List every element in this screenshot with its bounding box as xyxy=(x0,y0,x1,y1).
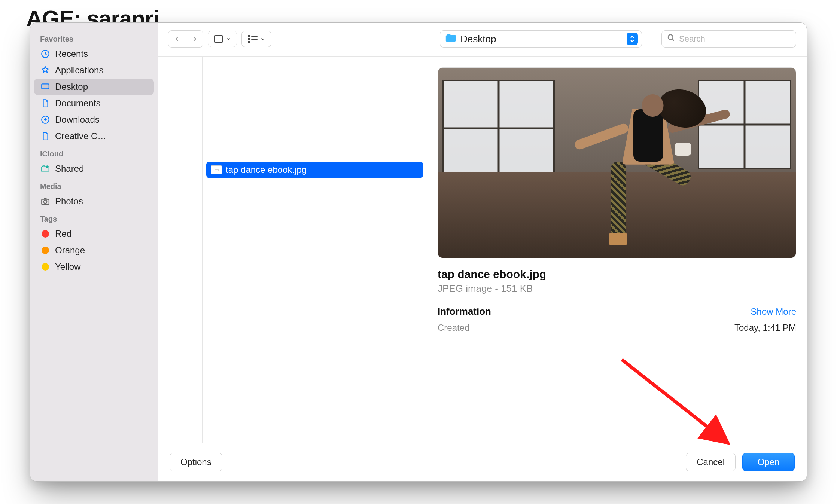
shared-folder-icon xyxy=(40,164,51,174)
toolbar: Desktop xyxy=(158,23,807,57)
sidebar-item-documents[interactable]: Documents xyxy=(34,95,154,112)
tag-dot-icon xyxy=(40,229,51,239)
file-icon xyxy=(40,131,51,141)
file-list-column: ▭ tap dance ebook.jpg xyxy=(203,57,427,443)
back-button[interactable] xyxy=(168,31,186,47)
sidebar-tag-red[interactable]: Red xyxy=(34,226,154,242)
open-button[interactable]: Open xyxy=(742,453,795,471)
image-thumb-icon: ▭ xyxy=(211,165,222,174)
location-popup-button[interactable]: Desktop xyxy=(440,30,642,48)
sidebar-item-label: Applications xyxy=(55,65,103,76)
search-icon xyxy=(667,34,675,44)
info-heading: Information xyxy=(438,306,491,317)
sidebar-item-label: Photos xyxy=(55,196,83,207)
preview-image xyxy=(438,67,796,258)
sidebar-item-label: Recents xyxy=(55,49,88,59)
chevron-down-icon xyxy=(226,37,231,41)
preview-file-meta: JPEG image - 151 KB xyxy=(438,283,796,294)
file-item-label: tap dance ebook.jpg xyxy=(226,165,307,175)
location-label: Desktop xyxy=(460,33,496,45)
sidebar-heading-favorites: Favorites xyxy=(34,30,154,46)
folder-icon xyxy=(445,34,456,44)
sidebar: Favorites Recents Applications Desktop xyxy=(30,23,158,481)
group-by-button[interactable] xyxy=(241,31,271,47)
document-icon xyxy=(40,98,51,109)
sidebar-item-shared[interactable]: Shared xyxy=(34,161,154,177)
camera-icon xyxy=(40,196,51,207)
updown-chevron-icon xyxy=(627,33,638,45)
svg-point-5 xyxy=(44,200,47,204)
sidebar-tag-orange[interactable]: Orange xyxy=(34,242,154,259)
search-input[interactable] xyxy=(679,34,791,44)
svg-rect-6 xyxy=(214,36,223,42)
sidebar-heading-media: Media xyxy=(34,177,154,193)
sidebar-item-label: Creative C… xyxy=(55,131,106,141)
forward-button[interactable] xyxy=(186,31,203,47)
search-field[interactable] xyxy=(661,30,796,48)
svg-rect-11 xyxy=(248,41,250,43)
sidebar-item-applications[interactable]: Applications xyxy=(34,62,154,79)
preview-pane: tap dance ebook.jpg JPEG image - 151 KB … xyxy=(427,57,807,443)
svg-rect-7 xyxy=(248,35,250,37)
desktop-icon xyxy=(40,82,51,92)
open-file-dialog: Favorites Recents Applications Desktop xyxy=(30,22,807,482)
tag-dot-icon xyxy=(40,245,51,256)
sidebar-item-photos[interactable]: Photos xyxy=(34,193,154,210)
info-row-created: Created Today, 1:41 PM xyxy=(438,323,796,333)
tag-dot-icon xyxy=(40,262,51,272)
cancel-button[interactable]: Cancel xyxy=(686,453,736,471)
file-item-selected[interactable]: ▭ tap dance ebook.jpg xyxy=(206,162,423,178)
options-button[interactable]: Options xyxy=(170,453,222,471)
svg-rect-10 xyxy=(251,39,258,40)
svg-rect-12 xyxy=(251,42,258,42)
download-icon xyxy=(40,114,51,125)
svg-rect-8 xyxy=(251,36,258,37)
view-columns-button[interactable] xyxy=(208,31,237,47)
info-key: Created xyxy=(438,323,469,333)
svg-point-13 xyxy=(668,35,673,40)
show-more-button[interactable]: Show More xyxy=(751,306,796,317)
sidebar-item-label: Documents xyxy=(55,98,100,109)
sidebar-item-recents[interactable]: Recents xyxy=(34,46,154,62)
preview-filename: tap dance ebook.jpg xyxy=(438,268,796,281)
sidebar-item-label: Red xyxy=(55,229,71,239)
main-area: Desktop ▭ ta xyxy=(158,23,807,481)
sidebar-heading-icloud: iCloud xyxy=(34,144,154,161)
svg-point-3 xyxy=(46,165,49,168)
sidebar-item-label: Shared xyxy=(55,164,84,174)
nav-history-group xyxy=(168,30,203,48)
apps-icon xyxy=(40,65,51,76)
sidebar-item-label: Downloads xyxy=(55,114,100,125)
sidebar-item-label: Desktop xyxy=(55,82,88,92)
content-columns: ▭ tap dance ebook.jpg xyxy=(158,57,807,443)
dialog-footer: Options Cancel Open xyxy=(158,443,807,481)
column-empty-left xyxy=(158,57,203,443)
svg-rect-9 xyxy=(248,38,250,40)
sidebar-tag-yellow[interactable]: Yellow xyxy=(34,259,154,275)
sidebar-item-label: Orange xyxy=(55,245,85,256)
sidebar-item-label: Yellow xyxy=(55,262,81,272)
sidebar-item-downloads[interactable]: Downloads xyxy=(34,112,154,128)
chevron-down-icon xyxy=(261,37,265,41)
info-value: Today, 1:41 PM xyxy=(734,323,796,333)
sidebar-item-desktop[interactable]: Desktop xyxy=(34,79,154,95)
sidebar-heading-tags: Tags xyxy=(34,210,154,226)
sidebar-item-creative-cloud[interactable]: Creative C… xyxy=(34,128,154,144)
clock-icon xyxy=(40,49,51,59)
